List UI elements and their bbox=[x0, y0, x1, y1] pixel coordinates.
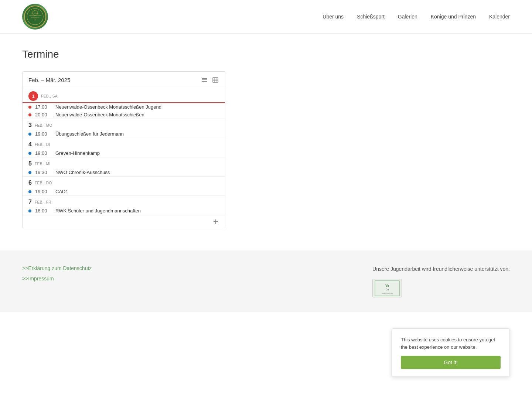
day-header-3: 3 FEB., MO bbox=[23, 119, 225, 130]
event-dot-5-1 bbox=[28, 171, 31, 174]
day-label-7: FEB., FR bbox=[35, 200, 51, 204]
datenschutz-link[interactable]: >>Erklärung zum Datenschutz bbox=[22, 265, 92, 271]
event-1-2[interactable]: 20:00 Neuenwalde-Ossenbeck Monatsschieße… bbox=[23, 111, 225, 119]
footer-sponsor: Unsere Jugendarbeit wird freundlicherwei… bbox=[372, 265, 510, 297]
calendar-view-icon[interactable] bbox=[212, 76, 219, 83]
day-number-4: 4 bbox=[28, 141, 32, 148]
svg-rect-6 bbox=[202, 78, 207, 79]
day-label-1: FEB., SA bbox=[41, 94, 58, 98]
svg-text:Vo: Vo bbox=[385, 284, 389, 287]
svg-rect-8 bbox=[202, 81, 207, 82]
event-day-3: 3 FEB., MO 19:00 Übungsschießen für Jede… bbox=[23, 119, 225, 138]
day-number-7: 7 bbox=[28, 199, 32, 205]
svg-text:Da: Da bbox=[386, 288, 389, 291]
event-time-7-1: 16:00 bbox=[35, 208, 52, 214]
day-number-1: 1 bbox=[28, 91, 38, 101]
event-day-4: 4 FEB., DI 19:00 Greven-Hinnenkamp bbox=[23, 138, 225, 157]
day-label-4: FEB., DI bbox=[35, 143, 50, 147]
event-6-1[interactable]: 19:00 CAD1 bbox=[23, 188, 225, 195]
event-5-1[interactable]: 19:30 NWO Chronik-Ausschuss bbox=[23, 168, 225, 176]
calendar-period: Feb. – Mär. 2025 bbox=[28, 77, 70, 83]
day-header-4: 4 FEB., DI bbox=[23, 138, 225, 149]
event-name-6-1: CAD1 bbox=[55, 189, 68, 194]
nav-kalender[interactable]: Kalender bbox=[489, 14, 510, 20]
event-dot-6-1 bbox=[28, 190, 31, 193]
day-header-6: 6 FEB., DO bbox=[23, 177, 225, 188]
day-number-5: 5 bbox=[28, 160, 32, 167]
day-label-5: FEB., MI bbox=[35, 162, 51, 166]
event-name-1-1: Neuenwalde-Ossenbeck Monatsschießen Juge… bbox=[55, 104, 161, 110]
event-time-4-1: 19:00 bbox=[35, 150, 52, 156]
event-3-1[interactable]: 19:00 Übungsschießen für Jedermann bbox=[23, 130, 225, 138]
event-time-6-1: 19:00 bbox=[35, 189, 52, 194]
event-4-1[interactable]: 19:00 Greven-Hinnenkamp bbox=[23, 149, 225, 157]
calendar-footer bbox=[23, 215, 225, 228]
day-number-6: 6 bbox=[28, 180, 32, 186]
sponsor-logo: Vo Da bodenständig bbox=[372, 279, 402, 297]
day-label-3: FEB., MO bbox=[35, 123, 52, 127]
nav-ueber-uns[interactable]: Über uns bbox=[323, 14, 344, 20]
svg-rect-9 bbox=[213, 78, 218, 82]
event-time-5-1: 19:30 bbox=[35, 170, 52, 175]
event-name-3-1: Übungsschießen für Jedermann bbox=[55, 131, 124, 137]
main-content: Termine Feb. – Mär. 2025 bbox=[0, 34, 259, 250]
day-header-5: 5 FEB., MI bbox=[23, 157, 225, 168]
event-name-1-2: Neuenwalde-Ossenbeck Monatsschießen bbox=[55, 112, 144, 117]
event-dot-4-1 bbox=[28, 152, 31, 155]
event-name-4-1: Greven-Hinnenkamp bbox=[55, 150, 100, 156]
day-header-1: 1 FEB., SA bbox=[23, 88, 225, 102]
event-name-5-1: NWO Chronik-Ausschuss bbox=[55, 170, 110, 175]
event-day-1: 1 FEB., SA 17:00 Neuenwalde-Ossenbeck Mo… bbox=[23, 88, 225, 119]
event-day-7: 7 FEB., FR 16:00 RWK Schüler und Jugendm… bbox=[23, 196, 225, 215]
site-header: St. Viktor Schützenbruderschaft Röttingh… bbox=[0, 0, 532, 34]
nav-schiessport[interactable]: Schießsport bbox=[357, 14, 385, 20]
nav-galerien[interactable]: Galerien bbox=[398, 14, 417, 20]
event-time-1-2: 20:00 bbox=[35, 112, 52, 117]
svg-text:e.V.: e.V. bbox=[34, 19, 36, 21]
expand-calendar-button[interactable] bbox=[212, 218, 219, 225]
calendar-header: Feb. – Mär. 2025 bbox=[23, 72, 225, 88]
logo-area: St. Viktor Schützenbruderschaft Röttingh… bbox=[22, 4, 48, 30]
site-footer: >>Erklärung zum Datenschutz >>Impressum … bbox=[0, 250, 532, 312]
page-title: Termine bbox=[22, 48, 236, 60]
event-dot-7-1 bbox=[28, 209, 31, 212]
footer-links: >>Erklärung zum Datenschutz >>Impressum bbox=[22, 265, 92, 282]
site-logo[interactable]: St. Viktor Schützenbruderschaft Röttingh… bbox=[22, 4, 48, 30]
event-dot-1-2 bbox=[28, 113, 31, 116]
main-nav: Über uns Schießsport Galerien Könige und… bbox=[323, 14, 510, 20]
event-dot-3-1 bbox=[28, 133, 31, 136]
nav-koenige[interactable]: Könige und Prinzen bbox=[431, 14, 476, 20]
list-view-icon[interactable] bbox=[201, 76, 208, 83]
day-header-7: 7 FEB., FR bbox=[23, 196, 225, 207]
calendar-icons bbox=[201, 76, 219, 83]
svg-text:Röttinghausen: Röttinghausen bbox=[31, 17, 39, 18]
svg-text:bodenständig: bodenständig bbox=[382, 292, 393, 294]
footer-support-text: Unsere Jugendarbeit wird freundlicherwei… bbox=[372, 265, 510, 273]
impressum-link[interactable]: >>Impressum bbox=[22, 276, 92, 282]
event-7-1[interactable]: 16:00 RWK Schüler und Jugendmannschaften bbox=[23, 207, 225, 215]
event-day-6: 6 FEB., DO 19:00 CAD1 bbox=[23, 177, 225, 196]
svg-rect-7 bbox=[202, 79, 207, 80]
day-number-3: 3 bbox=[28, 122, 32, 129]
event-dot-1-1 bbox=[28, 106, 31, 109]
calendar-widget: Feb. – Mär. 2025 bbox=[22, 71, 225, 228]
event-time-3-1: 19:00 bbox=[35, 131, 52, 137]
day-label-6: FEB., DO bbox=[35, 181, 52, 185]
event-day-5: 5 FEB., MI 19:30 NWO Chronik-Ausschuss bbox=[23, 157, 225, 177]
svg-text:St. Viktor: St. Viktor bbox=[31, 12, 39, 14]
event-name-7-1: RWK Schüler und Jugendmannschaften bbox=[55, 208, 141, 214]
event-time-1-1: 17:00 bbox=[35, 104, 52, 110]
event-1-1[interactable]: 17:00 Neuenwalde-Ossenbeck Monatsschieße… bbox=[23, 103, 225, 111]
